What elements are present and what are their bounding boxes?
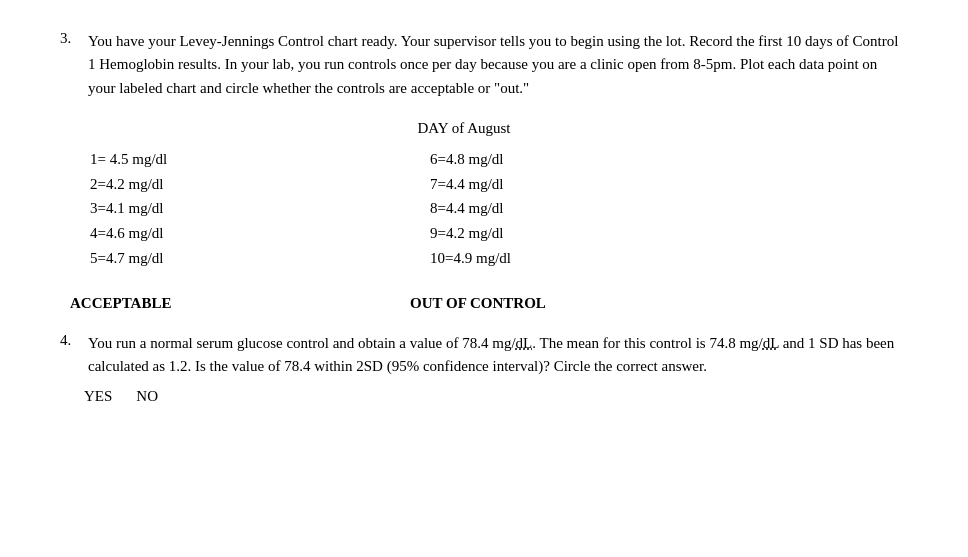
question-4-body: You run a normal serum glucose control a… (88, 332, 908, 379)
acceptable-label: ACCEPTABLE (70, 295, 290, 312)
list-item: 10=4.9 mg/dl (430, 246, 650, 271)
list-item: 4=4.6 mg/dl (90, 221, 310, 246)
list-item: 9=4.2 mg/dl (430, 221, 650, 246)
list-item: 5=4.7 mg/dl (90, 246, 310, 271)
question-3-number: 3. (60, 30, 80, 100)
list-item: 1= 4.5 mg/dl (90, 147, 310, 172)
day-title: DAY of August (80, 120, 848, 137)
question-3: 3. You have your Levey-Jennings Control … (60, 30, 908, 312)
no-label: NO (136, 388, 158, 405)
list-item: 2=4.2 mg/dl (90, 172, 310, 197)
question-4: 4. You run a normal serum glucose contro… (60, 332, 908, 406)
question-4-text-row: 4. You run a normal serum glucose contro… (60, 332, 908, 379)
acceptable-row: ACCEPTABLE OUT OF CONTROL (60, 295, 908, 312)
list-item: 6=4.8 mg/dl (430, 147, 650, 172)
data-columns: 1= 4.5 mg/dl 2=4.2 mg/dl 3=4.1 mg/dl 4=4… (80, 147, 908, 271)
question-3-body: You have your Levey-Jennings Control cha… (88, 30, 908, 100)
dl-underline-1: dL (516, 335, 533, 351)
right-data-col: 6=4.8 mg/dl 7=4.4 mg/dl 8=4.4 mg/dl 9=4.… (430, 147, 650, 271)
out-of-control-label: OUT OF CONTROL (410, 295, 546, 312)
yes-label: YES (84, 388, 112, 405)
left-data-col: 1= 4.5 mg/dl 2=4.2 mg/dl 3=4.1 mg/dl 4=4… (90, 147, 310, 271)
list-item: 3=4.1 mg/dl (90, 196, 310, 221)
list-item: 8=4.4 mg/dl (430, 196, 650, 221)
question-4-number: 4. (60, 332, 80, 379)
yes-no-row: YES NO (60, 388, 908, 405)
list-item: 7=4.4 mg/dl (430, 172, 650, 197)
page-content: 3. You have your Levey-Jennings Control … (60, 30, 908, 405)
day-section: DAY of August 1= 4.5 mg/dl 2=4.2 mg/dl 3… (60, 120, 908, 271)
dl-underline-2: dL (763, 335, 779, 351)
question-3-text-row: 3. You have your Levey-Jennings Control … (60, 30, 908, 100)
